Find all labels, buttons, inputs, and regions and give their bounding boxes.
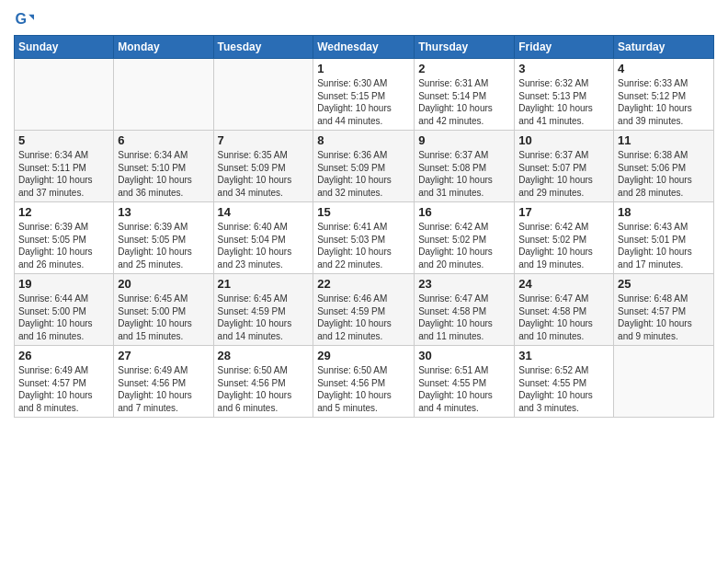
day-info: Sunrise: 6:43 AM Sunset: 5:01 PM Dayligh… (618, 221, 710, 270)
day-number: 7 (218, 133, 310, 147)
day-info: Sunrise: 6:47 AM Sunset: 4:58 PM Dayligh… (418, 293, 510, 342)
day-info: Sunrise: 6:42 AM Sunset: 5:02 PM Dayligh… (418, 221, 510, 270)
calendar-week-row: 19Sunrise: 6:44 AM Sunset: 5:00 PM Dayli… (15, 274, 714, 346)
calendar-cell: 11Sunrise: 6:38 AM Sunset: 5:06 PM Dayli… (614, 131, 714, 202)
calendar-cell: 9Sunrise: 6:37 AM Sunset: 5:08 PM Daylig… (415, 131, 515, 202)
calendar-cell: 10Sunrise: 6:37 AM Sunset: 5:07 PM Dayli… (515, 131, 614, 202)
day-info: Sunrise: 6:45 AM Sunset: 4:59 PM Dayligh… (218, 293, 310, 342)
day-number: 19 (18, 277, 109, 291)
calendar-header-row: SundayMondayTuesdayWednesdayThursdayFrid… (15, 36, 714, 59)
calendar-cell: 13Sunrise: 6:39 AM Sunset: 5:05 PM Dayli… (114, 202, 213, 274)
day-number: 23 (418, 277, 510, 291)
weekday-header: Friday (515, 36, 614, 59)
day-number: 14 (218, 205, 310, 219)
day-info: Sunrise: 6:30 AM Sunset: 5:15 PM Dayligh… (317, 77, 410, 127)
calendar-cell: 29Sunrise: 6:50 AM Sunset: 4:56 PM Dayli… (313, 346, 415, 418)
day-info: Sunrise: 6:41 AM Sunset: 5:03 PM Dayligh… (317, 221, 410, 270)
day-info: Sunrise: 6:42 AM Sunset: 5:02 PM Dayligh… (518, 221, 609, 270)
day-info: Sunrise: 6:31 AM Sunset: 5:14 PM Dayligh… (418, 77, 510, 127)
day-info: Sunrise: 6:50 AM Sunset: 4:56 PM Dayligh… (218, 364, 310, 414)
day-info: Sunrise: 6:44 AM Sunset: 5:00 PM Dayligh… (18, 293, 109, 342)
day-number: 25 (618, 277, 710, 291)
day-number: 27 (118, 349, 209, 362)
day-number: 3 (518, 62, 609, 75)
day-number: 9 (418, 133, 510, 147)
calendar-week-row: 5Sunrise: 6:34 AM Sunset: 5:11 PM Daylig… (15, 131, 714, 202)
day-info: Sunrise: 6:50 AM Sunset: 4:56 PM Dayligh… (317, 364, 410, 414)
calendar-cell: 28Sunrise: 6:50 AM Sunset: 4:56 PM Dayli… (213, 346, 313, 418)
calendar-cell: 17Sunrise: 6:42 AM Sunset: 5:02 PM Dayli… (515, 202, 614, 274)
calendar-cell: 27Sunrise: 6:49 AM Sunset: 4:56 PM Dayli… (114, 346, 213, 418)
day-info: Sunrise: 6:48 AM Sunset: 4:57 PM Dayligh… (618, 293, 710, 342)
weekday-header: Thursday (415, 36, 515, 59)
weekday-header: Wednesday (313, 36, 415, 59)
day-info: Sunrise: 6:38 AM Sunset: 5:06 PM Dayligh… (618, 149, 710, 199)
calendar-cell: 30Sunrise: 6:51 AM Sunset: 4:55 PM Dayli… (415, 346, 515, 418)
day-number: 17 (518, 205, 609, 219)
calendar-cell: 1Sunrise: 6:30 AM Sunset: 5:15 PM Daylig… (313, 59, 415, 131)
calendar-cell: 23Sunrise: 6:47 AM Sunset: 4:58 PM Dayli… (415, 274, 515, 346)
calendar-cell: 12Sunrise: 6:39 AM Sunset: 5:05 PM Dayli… (15, 202, 114, 274)
day-number: 31 (518, 349, 609, 362)
day-number: 22 (317, 277, 410, 291)
calendar-cell: 21Sunrise: 6:45 AM Sunset: 4:59 PM Dayli… (213, 274, 313, 346)
calendar-cell: 26Sunrise: 6:49 AM Sunset: 4:57 PM Dayli… (15, 346, 114, 418)
day-number: 28 (218, 349, 310, 362)
day-info: Sunrise: 6:39 AM Sunset: 5:05 PM Dayligh… (118, 221, 209, 270)
calendar-week-row: 12Sunrise: 6:39 AM Sunset: 5:05 PM Dayli… (15, 202, 714, 274)
calendar-cell: 16Sunrise: 6:42 AM Sunset: 5:02 PM Dayli… (415, 202, 515, 274)
day-info: Sunrise: 6:35 AM Sunset: 5:09 PM Dayligh… (218, 149, 310, 199)
calendar-cell: 31Sunrise: 6:52 AM Sunset: 4:55 PM Dayli… (515, 346, 614, 418)
day-number: 11 (618, 133, 710, 147)
day-info: Sunrise: 6:34 AM Sunset: 5:10 PM Dayligh… (118, 149, 209, 199)
svg-text:G: G (15, 10, 27, 27)
calendar-cell: 24Sunrise: 6:47 AM Sunset: 4:58 PM Dayli… (515, 274, 614, 346)
calendar-cell: 18Sunrise: 6:43 AM Sunset: 5:01 PM Dayli… (614, 202, 714, 274)
calendar-cell (114, 59, 213, 131)
day-info: Sunrise: 6:37 AM Sunset: 5:08 PM Dayligh… (418, 149, 510, 199)
calendar-cell: 4Sunrise: 6:33 AM Sunset: 5:12 PM Daylig… (614, 59, 714, 131)
day-info: Sunrise: 6:49 AM Sunset: 4:56 PM Dayligh… (118, 364, 209, 414)
day-info: Sunrise: 6:36 AM Sunset: 5:09 PM Dayligh… (317, 149, 410, 199)
calendar-cell: 19Sunrise: 6:44 AM Sunset: 5:00 PM Dayli… (15, 274, 114, 346)
svg-marker-1 (28, 15, 34, 20)
calendar-cell: 5Sunrise: 6:34 AM Sunset: 5:11 PM Daylig… (15, 131, 114, 202)
day-info: Sunrise: 6:34 AM Sunset: 5:11 PM Dayligh… (18, 149, 109, 199)
day-number: 24 (518, 277, 609, 291)
day-info: Sunrise: 6:45 AM Sunset: 5:00 PM Dayligh… (118, 293, 209, 342)
day-number: 30 (418, 349, 510, 362)
day-number: 29 (317, 349, 410, 362)
day-info: Sunrise: 6:46 AM Sunset: 4:59 PM Dayligh… (317, 293, 410, 342)
day-number: 16 (418, 205, 510, 219)
calendar-cell: 6Sunrise: 6:34 AM Sunset: 5:10 PM Daylig… (114, 131, 213, 202)
day-info: Sunrise: 6:32 AM Sunset: 5:13 PM Dayligh… (518, 77, 609, 127)
calendar-cell: 8Sunrise: 6:36 AM Sunset: 5:09 PM Daylig… (313, 131, 415, 202)
day-info: Sunrise: 6:40 AM Sunset: 5:04 PM Dayligh… (218, 221, 310, 270)
weekday-header: Tuesday (213, 36, 313, 59)
logo-icon: G (14, 9, 34, 29)
day-number: 5 (18, 133, 109, 147)
calendar-cell: 25Sunrise: 6:48 AM Sunset: 4:57 PM Dayli… (614, 274, 714, 346)
calendar-table: SundayMondayTuesdayWednesdayThursdayFrid… (14, 35, 714, 418)
calendar-cell (213, 59, 313, 131)
calendar-cell: 14Sunrise: 6:40 AM Sunset: 5:04 PM Dayli… (213, 202, 313, 274)
day-number: 1 (317, 62, 410, 75)
weekday-header: Sunday (15, 36, 114, 59)
day-number: 8 (317, 133, 410, 147)
day-info: Sunrise: 6:39 AM Sunset: 5:05 PM Dayligh… (18, 221, 109, 270)
day-info: Sunrise: 6:51 AM Sunset: 4:55 PM Dayligh… (418, 364, 510, 414)
day-number: 20 (118, 277, 209, 291)
day-info: Sunrise: 6:49 AM Sunset: 4:57 PM Dayligh… (18, 364, 109, 414)
day-number: 2 (418, 62, 510, 75)
day-number: 18 (618, 205, 710, 219)
day-number: 6 (118, 133, 209, 147)
weekday-header: Monday (114, 36, 213, 59)
day-info: Sunrise: 6:52 AM Sunset: 4:55 PM Dayligh… (518, 364, 609, 414)
day-info: Sunrise: 6:37 AM Sunset: 5:07 PM Dayligh… (518, 149, 609, 199)
day-info: Sunrise: 6:47 AM Sunset: 4:58 PM Dayligh… (518, 293, 609, 342)
calendar-cell: 7Sunrise: 6:35 AM Sunset: 5:09 PM Daylig… (213, 131, 313, 202)
day-number: 10 (518, 133, 609, 147)
calendar-week-row: 1Sunrise: 6:30 AM Sunset: 5:15 PM Daylig… (15, 59, 714, 131)
day-number: 26 (18, 349, 109, 362)
day-number: 13 (118, 205, 209, 219)
